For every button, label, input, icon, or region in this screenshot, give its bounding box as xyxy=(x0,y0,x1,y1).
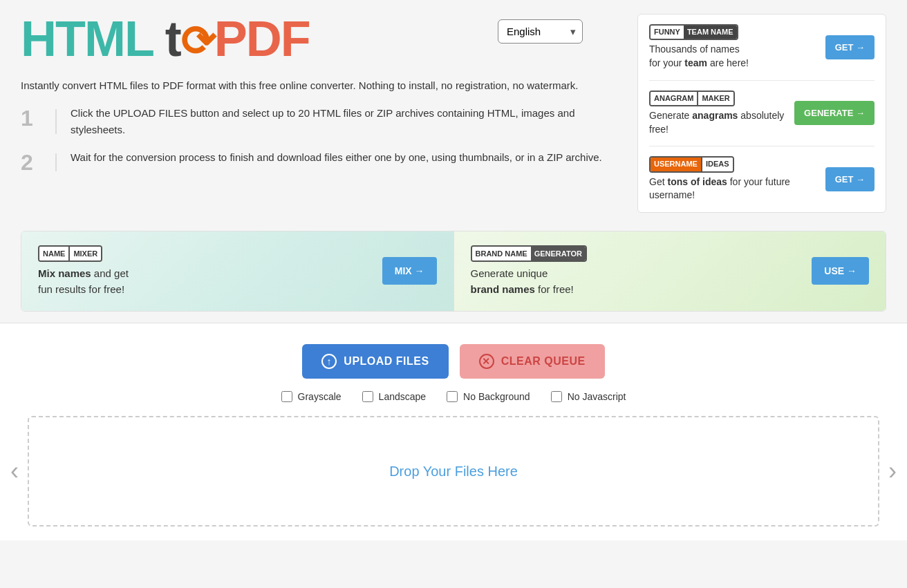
banner-ad-name-mixer: NAME MIXER Mix names and getfun results … xyxy=(21,231,454,312)
step-content-1: Click the UPLOAD FILES button and select… xyxy=(71,105,624,138)
no-background-option[interactable]: No Background xyxy=(447,391,530,402)
logo-to: t⟳ xyxy=(153,11,214,66)
grayscale-label: Grayscale xyxy=(298,391,342,402)
name-mixer-text: Mix names and getfun results for free! xyxy=(38,266,371,297)
upload-section: ↑ UPLOAD FILES ✕ CLEAR QUEUE Grayscale L… xyxy=(0,323,907,540)
clear-icon: ✕ xyxy=(479,354,494,369)
grayscale-checkbox[interactable] xyxy=(281,391,292,402)
drop-zone-wrapper: ‹ Drop Your Files Here › xyxy=(21,416,886,527)
funny-team-badge: FUNNY TEAM NAME xyxy=(649,24,738,40)
ad-anagram: ANAGRAM MAKER Generate anagrams absolute… xyxy=(649,91,875,147)
username-badge: USERNAME IDEAS xyxy=(649,156,734,172)
banner-ads: NAME MIXER Mix names and getfun results … xyxy=(21,231,886,312)
banner-ad-brand-name: BRAND NAME GENERATOR Generate uniquebran… xyxy=(454,231,886,312)
name-mixer-badge: NAME MIXER xyxy=(38,245,102,263)
no-background-label: No Background xyxy=(463,391,530,402)
options-row: Grayscale Landscape No Background No Jav… xyxy=(21,391,886,402)
drop-zone-text: Drop Your Files Here xyxy=(389,464,518,480)
username-get-button[interactable]: GET → xyxy=(825,167,875,191)
language-selector[interactable]: English Spanish French German Portuguese xyxy=(498,19,583,44)
upload-files-button[interactable]: ↑ UPLOAD FILES xyxy=(302,344,448,379)
anagram-badge: ANAGRAM MAKER xyxy=(649,91,735,106)
landscape-checkbox[interactable] xyxy=(362,391,373,402)
upload-buttons-row: ↑ UPLOAD FILES ✕ CLEAR QUEUE xyxy=(21,344,886,379)
no-javascript-checkbox[interactable] xyxy=(551,391,562,402)
nav-arrow-left[interactable]: ‹ xyxy=(7,457,22,486)
step-content-2: Wait for the conversion process to finis… xyxy=(71,149,602,166)
brand-name-use-button[interactable]: USE → xyxy=(812,257,869,285)
step-1: 1 Click the UPLOAD FILES button and sele… xyxy=(21,105,624,138)
logo-html: HTML xyxy=(21,11,153,66)
step-number-2: 2 xyxy=(21,149,41,176)
no-javascript-label: No Javascript xyxy=(568,391,626,402)
funny-team-get-button[interactable]: GET → xyxy=(825,35,875,59)
grayscale-option[interactable]: Grayscale xyxy=(281,391,342,402)
username-text: Get tons of ideas for your future userna… xyxy=(649,176,819,202)
ad-username: USERNAME IDEAS Get tons of ideas for you… xyxy=(649,156,875,202)
clear-btn-label: CLEAR QUEUE xyxy=(501,355,586,368)
landscape-option[interactable]: Landscape xyxy=(362,391,427,402)
logo-pdf: PDF xyxy=(214,11,310,66)
upload-btn-label: UPLOAD FILES xyxy=(344,355,429,368)
anagram-text: Generate anagrams absolutely free! xyxy=(649,109,787,136)
nav-arrow-right[interactable]: › xyxy=(885,457,900,486)
brand-name-badge: BRAND NAME GENERATOR xyxy=(471,245,587,263)
language-dropdown[interactable]: English Spanish French German Portuguese xyxy=(498,19,583,44)
ad-panel: FUNNY TEAM NAME Thousands of namesfor yo… xyxy=(637,14,886,213)
landscape-label: Landscape xyxy=(379,391,427,402)
upload-icon: ↑ xyxy=(321,354,337,369)
ad-funny-team: FUNNY TEAM NAME Thousands of namesfor yo… xyxy=(649,24,875,81)
no-background-checkbox[interactable] xyxy=(447,391,458,402)
brand-name-text: Generate uniquebrand names for free! xyxy=(471,266,801,297)
funny-team-text: Thousands of namesfor your team are here… xyxy=(649,43,819,70)
drop-zone[interactable]: Drop Your Files Here xyxy=(28,416,879,527)
name-mixer-mix-button[interactable]: MIX → xyxy=(382,257,437,285)
anagram-generate-button[interactable]: GENERATE → xyxy=(794,101,875,125)
clear-queue-button[interactable]: ✕ CLEAR QUEUE xyxy=(460,344,605,379)
step-2: 2 Wait for the conversion process to fin… xyxy=(21,149,624,176)
step-number-1: 1 xyxy=(21,105,41,131)
no-javascript-option[interactable]: No Javascript xyxy=(551,391,626,402)
description-text: Instantly convert HTML files to PDF form… xyxy=(21,77,601,94)
